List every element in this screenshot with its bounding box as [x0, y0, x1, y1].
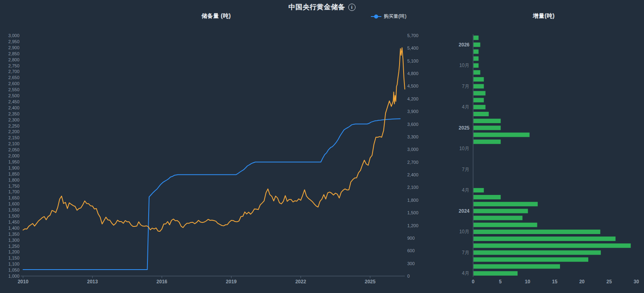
bar-x-axis-label: 20: [579, 279, 585, 285]
right-y-axis-label: 1,800: [407, 198, 419, 203]
right-y-axis-label: 2,700: [407, 160, 419, 165]
bar-category-label: 2025: [459, 125, 469, 131]
bar-x-axis-label: 25: [606, 279, 612, 285]
right-y-axis-label: 2,100: [407, 185, 419, 190]
left-y-axis-label: 2,700: [8, 69, 19, 74]
left-y-axis-label: 1,950: [8, 159, 19, 164]
increment-bar[interactable]: [474, 230, 600, 234]
left-y-axis-label: 2,400: [8, 105, 19, 110]
increment-bar[interactable]: [474, 271, 518, 276]
increment-bar[interactable]: [474, 112, 489, 116]
bar-category-label: 10月: [459, 146, 469, 151]
right-y-axis-label: 4,800: [407, 71, 419, 76]
right-y-axis-label: 600: [407, 248, 415, 253]
left-y-axis-label: 2,800: [8, 57, 19, 62]
bar-category-label: 2026: [459, 42, 469, 48]
left-y-axis-label: 1,000: [8, 274, 19, 278]
left-y-axis-label: 1,350: [8, 232, 19, 236]
left-y-axis-label: 2,750: [8, 63, 19, 68]
increment-bar[interactable]: [474, 42, 480, 47]
increment-bar[interactable]: [474, 49, 479, 54]
left-y-axis-label: 1,100: [8, 262, 19, 266]
bar-category-label: 4月: [462, 187, 469, 193]
right-y-axis-label: 300: [407, 261, 415, 266]
left-y-axis-label: 1,250: [8, 244, 19, 249]
left-y-axis-label: 1,750: [8, 184, 19, 188]
right-y-axis-label: 4,200: [407, 96, 419, 101]
increment-bar[interactable]: [474, 216, 522, 220]
bar-category-label: 7月: [462, 250, 469, 255]
increment-bar[interactable]: [474, 84, 484, 88]
bar-x-axis-label: 30: [633, 279, 639, 285]
increment-bar[interactable]: [474, 236, 616, 241]
left-y-axis-label: 1,700: [8, 189, 19, 194]
left-y-axis-label: 2,050: [8, 147, 19, 152]
bar-x-axis-label: 15: [552, 279, 558, 285]
increment-bar[interactable]: [474, 140, 501, 144]
left-y-axis-label: 1,300: [8, 238, 19, 243]
left-y-axis-label: 1,600: [8, 201, 19, 206]
increment-bar[interactable]: [474, 91, 486, 96]
left-y-axis-label: 1,550: [8, 207, 19, 212]
right-y-axis-label: 0: [407, 274, 410, 278]
left-y-axis-label: 1,500: [8, 213, 19, 218]
left-y-axis-label: 2,350: [8, 111, 19, 116]
increment-bar[interactable]: [474, 243, 631, 248]
right-y-axis-label: 3,600: [407, 122, 419, 127]
left-y-axis-label: 2,850: [8, 51, 19, 56]
right-y-axis-label: 5,100: [407, 59, 419, 63]
increment-bar[interactable]: [474, 77, 484, 82]
increment-bar[interactable]: [474, 257, 588, 262]
left-y-axis-label: 1,050: [8, 268, 19, 272]
right-y-axis-label: 4,500: [407, 84, 419, 88]
right-y-axis-label: 5,400: [407, 46, 419, 50]
bar-category-label: 4月: [462, 104, 469, 110]
bar-x-axis-label: 5: [499, 279, 502, 285]
right-y-axis-label: 1,200: [407, 223, 419, 228]
charts-canvas: 3,0002,9502,9002,8502,8002,7502,7002,650…: [0, 0, 644, 293]
right-y-axis-label: 3,300: [407, 134, 419, 139]
left-y-axis-label: 1,800: [8, 178, 19, 182]
increment-bar[interactable]: [474, 223, 537, 227]
increment-bar[interactable]: [474, 195, 501, 199]
left-y-axis-label: 1,200: [8, 249, 19, 254]
left-y-axis-label: 2,950: [8, 39, 19, 44]
increment-bar[interactable]: [474, 202, 538, 206]
increment-bar[interactable]: [474, 63, 479, 68]
bar-category-label: 2024: [459, 208, 469, 214]
gold-price-line[interactable]: [23, 48, 405, 231]
increment-bar[interactable]: [474, 98, 484, 103]
increment-bar[interactable]: [474, 105, 486, 109]
x-axis-label: 2025: [365, 279, 376, 285]
left-y-axis-label: 2,250: [8, 123, 19, 128]
x-axis-label: 2016: [156, 279, 167, 285]
bar-category-label: 4月: [462, 270, 469, 276]
purchase-line[interactable]: [23, 119, 400, 270]
increment-bar[interactable]: [474, 70, 480, 75]
right-y-axis-label: 3,900: [407, 109, 419, 114]
left-y-axis-label: 1,150: [8, 255, 19, 260]
left-y-axis-label: 2,550: [8, 87, 19, 92]
increment-bar[interactable]: [474, 36, 479, 40]
right-y-axis-label: 2,400: [407, 172, 419, 177]
increment-bar[interactable]: [474, 126, 501, 130]
increment-bar[interactable]: [474, 133, 530, 137]
increment-bar[interactable]: [474, 250, 601, 255]
increment-bar[interactable]: [474, 119, 501, 123]
left-y-axis-label: 1,900: [8, 165, 19, 170]
left-y-axis-label: 3,000: [8, 33, 19, 38]
bar-category-label: 10月: [459, 63, 469, 68]
increment-bar[interactable]: [474, 57, 479, 61]
left-y-axis-label: 1,400: [8, 226, 19, 230]
left-y-axis-label: 2,000: [8, 153, 19, 158]
right-y-axis-label: 900: [407, 236, 415, 241]
x-axis-label: 2019: [226, 279, 237, 285]
increment-bar[interactable]: [474, 264, 560, 269]
left-y-axis-label: 2,150: [8, 135, 19, 140]
increment-bar[interactable]: [474, 209, 528, 213]
x-axis-label: 2010: [18, 279, 29, 285]
right-y-axis-label: 1,500: [407, 210, 419, 215]
left-y-axis-label: 2,500: [8, 93, 19, 98]
increment-bar[interactable]: [474, 188, 484, 193]
left-y-axis-label: 2,300: [8, 117, 19, 122]
